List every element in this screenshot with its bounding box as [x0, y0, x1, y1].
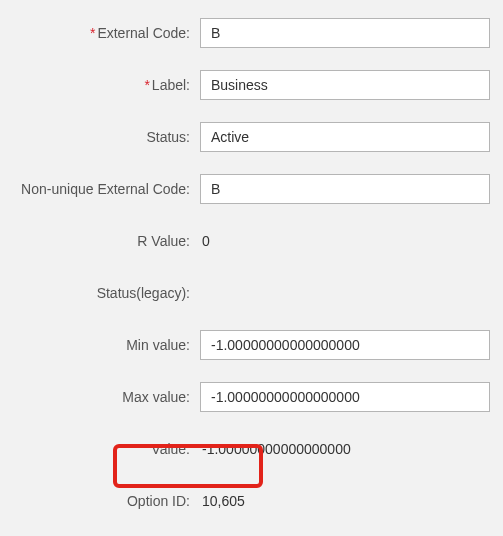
row-non-unique-code: Non-unique External Code: — [0, 174, 503, 204]
label-label: *Label: — [0, 77, 200, 93]
label-value: Value: — [0, 441, 200, 457]
label-text-label: Label: — [152, 77, 190, 93]
required-marker: * — [90, 25, 95, 41]
input-label[interactable] — [200, 70, 490, 100]
row-r-value: R Value: 0 — [0, 226, 503, 256]
input-external-code[interactable] — [200, 18, 490, 48]
value-cell-r-value: 0 — [200, 233, 503, 249]
label-option-id: Option ID: — [0, 493, 200, 509]
row-external-code: *External Code: — [0, 18, 503, 48]
input-min-value[interactable] — [200, 330, 490, 360]
row-value: Value: -1.00000000000000000 — [0, 434, 503, 464]
label-status: Status: — [0, 129, 200, 145]
value-cell-option-id: 10,605 — [200, 493, 503, 509]
label-max-value: Max value: — [0, 389, 200, 405]
static-r-value: 0 — [200, 233, 210, 249]
value-cell-label — [200, 70, 503, 100]
value-cell-value: -1.00000000000000000 — [200, 441, 503, 457]
required-marker: * — [144, 77, 149, 93]
value-cell-external-code — [200, 18, 503, 48]
value-cell-non-unique-code — [200, 174, 503, 204]
label-status-legacy: Status(legacy): — [0, 285, 200, 301]
row-label: *Label: — [0, 70, 503, 100]
label-external-code: *External Code: — [0, 25, 200, 41]
row-status-legacy: Status(legacy): — [0, 278, 503, 308]
label-r-value: R Value: — [0, 233, 200, 249]
row-max-value: Max value: — [0, 382, 503, 412]
label-text-external-code: External Code: — [97, 25, 190, 41]
value-cell-min-value — [200, 330, 503, 360]
row-status: Status: — [0, 122, 503, 152]
value-cell-max-value — [200, 382, 503, 412]
input-max-value[interactable] — [200, 382, 490, 412]
static-value: -1.00000000000000000 — [200, 441, 351, 457]
label-non-unique-code: Non-unique External Code: — [0, 181, 200, 197]
row-option-id: Option ID: 10,605 — [0, 486, 503, 516]
label-min-value: Min value: — [0, 337, 200, 353]
input-status[interactable] — [200, 122, 490, 152]
form: *External Code: *Label: Status: Non-uniq… — [0, 0, 503, 536]
row-min-value: Min value: — [0, 330, 503, 360]
static-option-id: 10,605 — [200, 493, 245, 509]
value-cell-status — [200, 122, 503, 152]
input-non-unique-code[interactable] — [200, 174, 490, 204]
